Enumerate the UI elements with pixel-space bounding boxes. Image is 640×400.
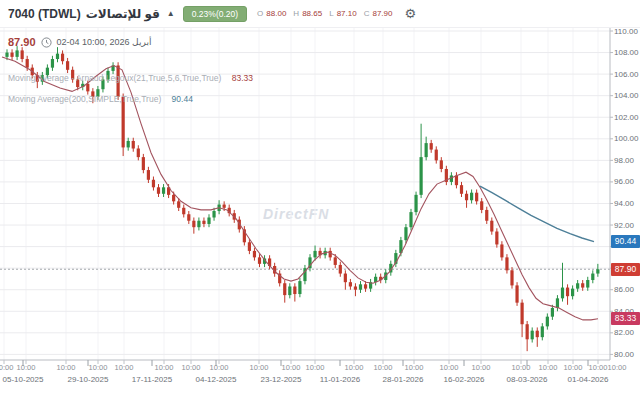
last-trade-datetime: 02-04 10:00, 2026 أبريل [57,37,152,47]
candle-body [86,84,89,92]
indicator-value: 83.33 [232,73,253,83]
candle-body [157,187,160,193]
time-tick-label: 10:00 [0,363,13,372]
price-tick-label: 108.00 [614,48,638,57]
candle-body [546,317,549,327]
low-label: L [329,9,333,18]
candle-body [500,244,503,257]
change-badge: 0.23%(0.20) [183,6,247,22]
time-tick-label: 10:00 [57,363,76,372]
candle-body [207,217,210,223]
candle-body [475,193,478,202]
price-tick-label: 104.00 [614,91,638,100]
time-tick-label: 10:00 [564,363,583,372]
indicator-name: Moving Average(200,SIMPLE,True,True) [8,94,161,104]
candle-body [26,59,29,68]
candle-body [253,251,256,257]
candle-body [162,187,165,193]
candlestick-chart[interactable] [0,0,640,400]
candle-body [258,257,261,263]
candle-body [127,141,130,147]
candle-body [414,195,417,212]
candle-body [16,50,19,56]
candle-body [551,308,554,317]
candle-body [212,211,215,217]
candle-body [298,281,301,294]
time-tick-label: 10:00 [539,363,558,372]
candle-body [505,257,508,270]
candle-body [152,180,155,188]
candle-body [430,143,433,149]
clock-icon [41,37,52,48]
time-tick-label: 10:00 [512,363,531,372]
candle-body [440,160,443,169]
price-axis-badge: 87.90 [611,263,640,276]
time-tick-label: 10:00 [440,363,459,372]
indicator-label-sma200: Moving Average(200,SIMPLE,True,True) 90.… [8,94,193,104]
candle-body [202,221,205,224]
candle-body [288,286,291,295]
candle-body [425,143,428,157]
time-tick-label: 10:00 [472,363,491,372]
chart-header: 7040 (TDWL) قو للإتصالات ▲ 0.23%(0.20) O… [0,0,640,28]
symbol-dropdown-caret-icon[interactable]: ▲ [167,9,175,18]
indicator-name: Moving Average - Arnaud Legoux(21,True,5… [8,73,221,83]
candle-body [339,265,342,274]
price-tick-label: 98.00 [614,156,634,165]
candle-body [531,331,534,340]
candle-body [586,280,589,288]
candle-body [283,283,286,295]
date-label: 01-04-2026 [568,375,609,384]
last-trade-info: 87.90 02-04 10:00, 2026 أبريل [8,36,151,48]
candle-body [561,288,564,299]
candle-body [66,61,69,70]
candle-body [591,274,594,280]
candle-body [404,227,407,240]
candle-body [10,53,13,57]
date-label: 04-12-2025 [196,375,237,384]
date-label: 16-02-2026 [444,375,485,384]
candle-body [576,283,579,288]
candle-body [435,150,438,161]
price-tick-label: 94.00 [614,199,634,208]
candle-body [182,208,185,214]
candle-body [51,59,54,68]
candle-body [61,54,64,62]
close-value: 87.90 [372,9,392,18]
candle-body [581,283,584,287]
candle-body [172,195,175,201]
candle-body [541,326,544,337]
date-label: 11-01-2026 [320,375,360,384]
candle-body [5,53,8,57]
candle-body [122,97,125,148]
price-tick-label: 96.00 [614,177,634,186]
candle-body [334,257,337,265]
ohlc-summary: O 88.00 H 88.65 L 87.10 C 87.90 [257,9,396,18]
date-label: 28-01-2026 [383,375,424,384]
company-name: قو للإتصالات [86,7,160,21]
candle-body [223,205,226,208]
candle-body [248,242,251,251]
candle-body [556,298,559,308]
candle-body [344,274,347,283]
price-axis-badge: 83.33 [611,312,640,325]
trading-chart-window: DirectFN 7040 (TDWL) قو للإتصالات ▲ 0.23… [0,0,640,400]
candle-body [364,284,367,288]
candle-body [349,282,352,286]
date-label: 05-10-2025 [3,375,44,384]
indicator-label-alma: Moving Average - Arnaud Legoux(21,True,5… [8,73,253,83]
candle-body [470,193,473,201]
candle-body [455,175,458,185]
candle-body [359,284,362,289]
candle-body [490,221,493,232]
time-tick-label: 10:00 [210,363,229,372]
price-tick-label: 100.00 [614,134,638,143]
time-tick-label: 10:00 [405,363,424,372]
settings-gear-icon[interactable]: ⚙ [404,6,416,21]
time-tick-label: 10:00 [182,363,201,372]
open-label: O [257,9,263,18]
close-label: C [364,9,370,18]
price-axis-badge: 90.44 [611,235,640,248]
candle-body [571,289,574,297]
high-value: 88.65 [302,9,322,18]
